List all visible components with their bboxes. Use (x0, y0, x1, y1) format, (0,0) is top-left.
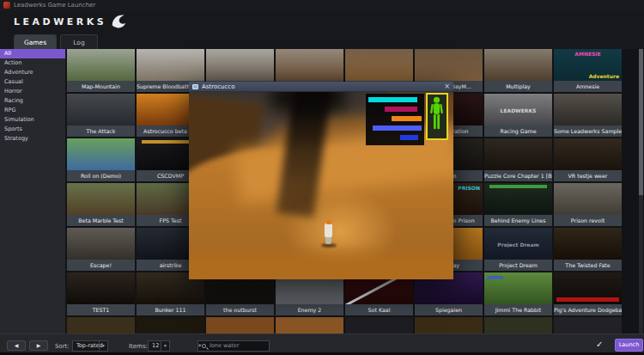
game-tile-partial[interactable] (206, 317, 274, 334)
scrollbar-thumb[interactable] (639, 49, 643, 195)
header: LEADWERKS (0, 11, 644, 33)
sidebar-item-simulation[interactable]: Simulation (0, 115, 65, 125)
game-tile[interactable]: Roll on (Demo) (67, 138, 135, 181)
astronaut-backpack (326, 220, 331, 224)
game-title: Enemy 2 (276, 304, 343, 315)
game-thumbnail (67, 49, 135, 81)
grid-scrollbar[interactable] (639, 49, 643, 334)
game-title: TEST1 (67, 304, 135, 315)
game-tile[interactable]: Prison revolt (554, 183, 622, 226)
game-title: Bunker 111 (137, 304, 204, 315)
sidebar-item-all[interactable]: All (0, 49, 65, 58)
game-tile[interactable]: Puzzle Core Chapter 1 [BETA] (484, 138, 552, 181)
game-thumbnail: JIMMI (484, 272, 552, 304)
thumbnail-decoration (489, 185, 546, 188)
sidebar-item-strategy[interactable]: Strategy (0, 134, 65, 144)
app-window: Leadwerks Game Launcher LEADWERKS Games … (0, 0, 644, 355)
game-tile[interactable]: Map-Mountain (67, 49, 135, 92)
hud-bar (385, 107, 417, 112)
game-thumbnail (554, 228, 622, 260)
search-icon (202, 344, 206, 348)
sidebar-item-horror[interactable]: Horror (0, 87, 65, 96)
game-title: the outburst (206, 304, 274, 315)
prev-page-button[interactable]: ◀ (7, 340, 26, 351)
thumbnail-overlay-text: Project Dream (484, 241, 552, 247)
game-tile[interactable]: LEADWERKSRacing Game (484, 94, 552, 137)
game-thumbnail (137, 49, 204, 81)
game-title: Map-Mountain (67, 81, 135, 92)
sort-dropdown[interactable]: Top-rated ▾ (72, 340, 108, 352)
game-thumbnail: Project Dream (484, 228, 552, 260)
game-thumbnail (554, 183, 622, 215)
items-dropdown[interactable]: 12 ▾ (148, 340, 170, 352)
game-tile[interactable]: JIMMIJimmi The Rabbit (484, 272, 552, 315)
game-title: Beta Marble Test (67, 215, 135, 226)
game-tile[interactable]: TEST1 (67, 272, 135, 315)
thumbnail-overlay-text: AMNESIE (554, 51, 622, 57)
sidebar-item-racing[interactable]: Racing (0, 96, 65, 106)
game-thumbnail (484, 49, 552, 81)
tab-log[interactable]: Log (60, 34, 98, 49)
game-thumbnail (67, 94, 135, 125)
game-tile[interactable]: The Twisted Fate (554, 228, 622, 271)
sidebar-item-casual[interactable]: Casual (0, 77, 65, 87)
game-thumbnail (67, 183, 135, 215)
modal-titlebar[interactable]: Astrocucco × (189, 82, 453, 92)
launch-button[interactable]: Launch (615, 339, 643, 352)
hud-suit-status (426, 93, 448, 140)
search-input[interactable]: lone water (210, 341, 240, 351)
game-tile-partial[interactable] (137, 317, 204, 334)
game-tile-partial[interactable] (345, 317, 413, 334)
game-title: Racing Game (484, 125, 552, 137)
game-title: Some Leadwerks Samples (554, 125, 622, 137)
game-tile[interactable]: The Attack (67, 94, 135, 137)
sidebar-item-action[interactable]: Action (0, 58, 65, 68)
game-tile[interactable]: Beta Marble Test (67, 183, 135, 226)
game-title: Multiplay (484, 81, 552, 92)
hud-bar (373, 125, 422, 131)
game-tile[interactable]: Behind Enemy Lines (484, 183, 552, 226)
game-tile[interactable]: Escape! (67, 228, 135, 271)
close-icon[interactable]: × (444, 83, 450, 90)
game-title: Escape! (67, 260, 135, 271)
game-tile[interactable]: Project DreamProject Dream (484, 228, 552, 271)
leadwerks-claw-icon (110, 12, 129, 34)
next-page-button[interactable]: ▶ (29, 340, 48, 351)
game-thumbnail (554, 272, 622, 304)
sidebar-item-sports[interactable]: Sports (0, 125, 65, 134)
game-tile-partial[interactable] (484, 317, 552, 334)
game-title: Sot Kaal (345, 304, 413, 315)
game-thumbnail (554, 138, 622, 170)
game-tile[interactable]: Pig's Adventure Dodgeball (554, 272, 622, 315)
game-tile-partial[interactable] (67, 317, 135, 334)
thumbnail-decoration (556, 297, 619, 302)
category-sidebar: AllActionAdventureCasualHorrorRacingRPGS… (0, 49, 65, 334)
tab-games[interactable]: Games (14, 34, 57, 49)
sort-label: Sort: (55, 343, 70, 350)
game-title: Roll on (Demo) (67, 170, 135, 181)
thumbnail-overlay-text: JIMMI (484, 274, 552, 280)
modal-window-icon (192, 84, 198, 89)
check-icon: ✓ (596, 340, 603, 349)
game-tile-partial[interactable] (554, 317, 622, 334)
game-title: The Attack (67, 125, 135, 137)
hud-status-bars (366, 94, 424, 145)
game-thumbnail (484, 183, 552, 215)
items-value: 12 (152, 341, 159, 351)
game-tile[interactable]: Multiplay (484, 49, 552, 92)
game-title: Puzzle Core Chapter 1 [BETA] (484, 170, 552, 181)
game-title: Spiegaien (415, 304, 483, 315)
search-combobox[interactable]: lone water ▾ (197, 340, 270, 352)
game-tile-partial[interactable] (415, 317, 483, 334)
game-title: Behind Enemy Lines (484, 215, 552, 226)
game-thumbnail (67, 228, 135, 260)
game-tile[interactable]: AMNESIEAdventureAmnesie (554, 49, 622, 92)
hud-bar (400, 135, 418, 140)
game-title: Jimmi The Rabbit (484, 304, 552, 315)
game-tile-partial[interactable] (276, 317, 343, 334)
game-thumbnail (67, 138, 135, 170)
game-tile[interactable]: VR testje weer (554, 138, 622, 181)
game-tile[interactable]: Some Leadwerks Samples (554, 94, 622, 137)
sidebar-item-rpg[interactable]: RPG (0, 106, 65, 115)
sidebar-item-adventure[interactable]: Adventure (0, 68, 65, 77)
